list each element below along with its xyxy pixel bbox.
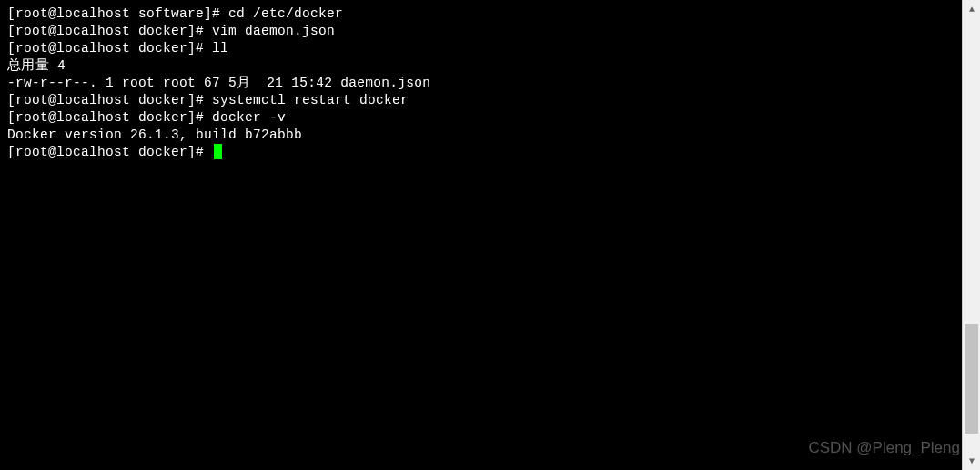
window-container: [root@localhost software]# cd /etc/docke… bbox=[0, 0, 980, 470]
shell-prompt: [root@localhost docker]# bbox=[7, 145, 212, 159]
shell-command: systemctl restart docker bbox=[212, 93, 409, 107]
shell-command: ll bbox=[212, 41, 228, 56]
vertical-scrollbar[interactable]: ▲ ▼ bbox=[962, 0, 980, 470]
terminal-line: [root@localhost docker]# docker -v bbox=[7, 109, 955, 127]
terminal-line: 总用量 4 bbox=[7, 57, 955, 75]
terminal-line: Docker version 26.1.3, build b72abbb bbox=[7, 127, 955, 144]
shell-prompt: [root@localhost docker]# bbox=[7, 24, 212, 38]
shell-command: cd /etc/docker bbox=[228, 6, 343, 21]
shell-output: Docker version 26.1.3, build b72abbb bbox=[7, 128, 302, 142]
terminal-cursor bbox=[214, 144, 222, 159]
shell-command: vim daemon.json bbox=[212, 24, 335, 38]
terminal-line: [root@localhost docker]# ll bbox=[7, 40, 955, 57]
terminal-line: [root@localhost software]# cd /etc/docke… bbox=[7, 5, 955, 23]
shell-output: -rw-r--r--. 1 root root 67 5月 21 15:42 d… bbox=[7, 76, 430, 90]
shell-prompt: [root@localhost docker]# bbox=[7, 93, 212, 107]
scroll-up-arrow[interactable]: ▲ bbox=[963, 0, 980, 18]
scroll-thumb[interactable] bbox=[965, 324, 978, 434]
terminal-output[interactable]: [root@localhost software]# cd /etc/docke… bbox=[0, 0, 962, 470]
shell-output: 总用量 4 bbox=[7, 58, 66, 73]
scroll-track[interactable] bbox=[963, 18, 980, 452]
shell-prompt: [root@localhost docker]# bbox=[7, 41, 212, 56]
shell-prompt: [root@localhost docker]# bbox=[7, 110, 212, 125]
shell-prompt: [root@localhost software]# bbox=[7, 6, 228, 21]
terminal-line: [root@localhost docker]# bbox=[7, 144, 955, 161]
terminal-line: [root@localhost docker]# systemctl resta… bbox=[7, 92, 955, 109]
terminal-line: -rw-r--r--. 1 root root 67 5月 21 15:42 d… bbox=[7, 75, 955, 92]
scroll-down-arrow[interactable]: ▼ bbox=[963, 452, 980, 470]
shell-command: docker -v bbox=[212, 110, 286, 125]
terminal-line: [root@localhost docker]# vim daemon.json bbox=[7, 23, 955, 40]
